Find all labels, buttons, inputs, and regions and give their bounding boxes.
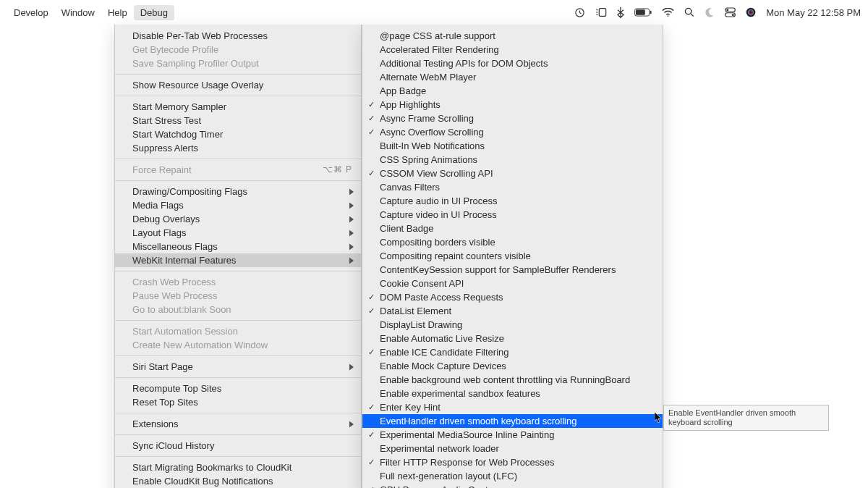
feature-toggle-item[interactable]: Enable Mock Capture Devices: [362, 359, 663, 373]
menu-item[interactable]: Start Watchdog Timer: [115, 127, 361, 141]
feature-label: Enable experimental sandbox features: [380, 388, 540, 399]
menu-item[interactable]: Recompute Top Sites: [115, 382, 361, 395]
menubar-right-icons: Mon May 22 12:58 PM: [574, 7, 861, 18]
menubar-item-debug[interactable]: Debug: [134, 5, 174, 20]
feature-label: Built-In Web Notifications: [380, 140, 485, 151]
feature-label: Compositing repaint counters visible: [380, 251, 531, 261]
feature-toggle-item[interactable]: ✓DataList Element: [362, 304, 663, 318]
feature-toggle-item[interactable]: Accelerated Filter Rendering: [362, 43, 663, 56]
menubar-item-window[interactable]: Window: [55, 5, 101, 20]
chevron-right-icon: [349, 241, 354, 252]
feature-toggle-item[interactable]: Enable experimental sandbox features: [362, 387, 663, 400]
feature-toggle-item[interactable]: ✓Async Overflow Scrolling: [362, 125, 663, 139]
check-icon: ✓: [368, 168, 375, 179]
menu-item[interactable]: Start Stress Test: [115, 114, 361, 127]
feature-toggle-item[interactable]: ✓Experimental MediaSource Inline Paintin…: [362, 428, 663, 442]
menu-item-label: Go to about:blank Soon: [132, 304, 231, 315]
feature-toggle-item[interactable]: ✓Filter HTTP Response for Web Processes: [362, 455, 663, 469]
feature-toggle-item[interactable]: Capture audio in UI Process: [362, 194, 663, 208]
menu-item: Start Automation Session: [115, 324, 361, 338]
feature-label: Enable background web content throttling…: [380, 374, 630, 385]
control-center-icon[interactable]: [725, 7, 736, 17]
feature-toggle-item[interactable]: DisplayList Drawing: [362, 318, 663, 332]
feature-toggle-item[interactable]: EventHandler driven smooth keyboard scro…: [362, 414, 663, 428]
menu-separator: [115, 456, 361, 457]
menu-item[interactable]: Start Migrating Bookmarks to CloudKit: [115, 460, 361, 474]
feature-toggle-item[interactable]: ✓GPU Process: Audio Capture: [362, 483, 663, 488]
menu-item[interactable]: Enable CloudKit Bug Notifications: [115, 474, 361, 488]
feature-label: Additional Testing APIs for DOM Objects: [380, 58, 548, 69]
wifi-icon[interactable]: [662, 8, 674, 17]
menu-item[interactable]: Media Flags: [115, 198, 361, 212]
feature-toggle-item[interactable]: Additional Testing APIs for DOM Objects: [362, 56, 663, 70]
svg-point-9: [686, 8, 692, 14]
feature-label: Alternate WebM Player: [380, 72, 476, 83]
check-icon: ✓: [368, 113, 375, 124]
feature-label: App Badge: [380, 85, 426, 96]
check-icon: ✓: [368, 402, 375, 413]
menu-item-label: Save Sampling Profiler Output: [132, 58, 259, 69]
menu-item: Create New Automation Window: [115, 338, 361, 352]
menu-item[interactable]: Drawing/Compositing Flags: [115, 185, 361, 198]
feature-toggle-item[interactable]: ✓Enable ICE Candidate Filtering: [362, 345, 663, 359]
feature-label: DataList Element: [380, 306, 451, 316]
menu-item[interactable]: Disable Per-Tab Web Processes: [115, 29, 361, 43]
feature-toggle-item[interactable]: ✓CSSOM View Scrolling API: [362, 167, 663, 180]
menu-item[interactable]: Extensions: [115, 417, 361, 431]
menubar-item-develop[interactable]: Develop: [7, 5, 55, 20]
feature-toggle-item[interactable]: ✓App Highlights: [362, 98, 663, 112]
feature-toggle-item[interactable]: Client Badge: [362, 222, 663, 235]
feature-toggle-item[interactable]: Compositing borders visible: [362, 235, 663, 249]
menu-item[interactable]: Layout Flags: [115, 226, 361, 240]
moon-icon[interactable]: [705, 7, 715, 17]
menu-item[interactable]: Debug Overlays: [115, 212, 361, 226]
siri-icon[interactable]: [746, 7, 756, 17]
feature-toggle-item[interactable]: Cookie Consent API: [362, 277, 663, 290]
menu-item[interactable]: Show Resource Usage Overlay: [115, 78, 361, 92]
feature-label: DOM Paste Access Requests: [380, 292, 503, 303]
menu-item-label: Sync iCloud History: [132, 440, 214, 451]
search-icon[interactable]: [684, 7, 694, 17]
menu-item-label: WebKit Internal Features: [132, 255, 237, 266]
feature-toggle-item[interactable]: ✓Enter Key Hint: [362, 400, 663, 414]
feature-toggle-item[interactable]: Compositing repaint counters visible: [362, 249, 663, 263]
feature-label: Enable Automatic Live Resize: [380, 333, 504, 344]
svg-point-8: [668, 15, 669, 17]
feature-toggle-item[interactable]: CSS Spring Animations: [362, 153, 663, 167]
menu-item[interactable]: Start Memory Sampler: [115, 100, 361, 114]
feature-toggle-item[interactable]: ✓Async Frame Scrolling: [362, 112, 663, 125]
feature-toggle-item[interactable]: App Badge: [362, 84, 663, 98]
menubar-clock[interactable]: Mon May 22 12:58 PM: [766, 7, 861, 18]
check-icon: ✓: [368, 347, 375, 358]
menu-item[interactable]: Miscellaneous Flags: [115, 240, 361, 253]
timemachine-icon[interactable]: [574, 7, 585, 18]
check-icon: ✓: [368, 429, 375, 440]
check-icon: ✓: [368, 99, 375, 110]
feature-toggle-item[interactable]: ContentKeySession support for SampleBuff…: [362, 263, 663, 277]
feature-toggle-item[interactable]: Capture video in UI Process: [362, 208, 663, 222]
menubar-item-help[interactable]: Help: [101, 5, 134, 20]
menu-item[interactable]: Suppress Alerts: [115, 141, 361, 155]
feature-label: CSSOM View Scrolling API: [380, 168, 493, 179]
menu-separator: [115, 96, 361, 96]
menu-item: Save Sampling Profiler Output: [115, 56, 361, 70]
menu-item[interactable]: Sync iCloud History: [115, 439, 361, 453]
feature-toggle-item[interactable]: Alternate WebM Player: [362, 70, 663, 84]
feature-toggle-item[interactable]: Built-In Web Notifications: [362, 139, 663, 153]
menu-item[interactable]: WebKit Internal Features: [115, 253, 361, 267]
bluetooth-icon[interactable]: [617, 7, 624, 18]
battery-icon[interactable]: [634, 8, 652, 17]
stage-manager-icon[interactable]: [595, 7, 607, 17]
chevron-right-icon: [349, 255, 354, 266]
feature-toggle-item[interactable]: Enable Automatic Live Resize: [362, 332, 663, 345]
feature-toggle-item[interactable]: @page CSS at-rule support: [362, 29, 663, 43]
feature-toggle-item[interactable]: Full next-generation layout (LFC): [362, 469, 663, 483]
feature-toggle-item[interactable]: Experimental network loader: [362, 442, 663, 455]
check-icon: ✓: [368, 306, 375, 316]
svg-rect-7: [650, 11, 652, 14]
feature-toggle-item[interactable]: Canvas Filters: [362, 180, 663, 194]
menu-item[interactable]: Siri Start Page: [115, 360, 361, 374]
feature-toggle-item[interactable]: ✓DOM Paste Access Requests: [362, 290, 663, 304]
menu-item[interactable]: Reset Top Sites: [115, 395, 361, 409]
feature-toggle-item[interactable]: Enable background web content throttling…: [362, 373, 663, 387]
